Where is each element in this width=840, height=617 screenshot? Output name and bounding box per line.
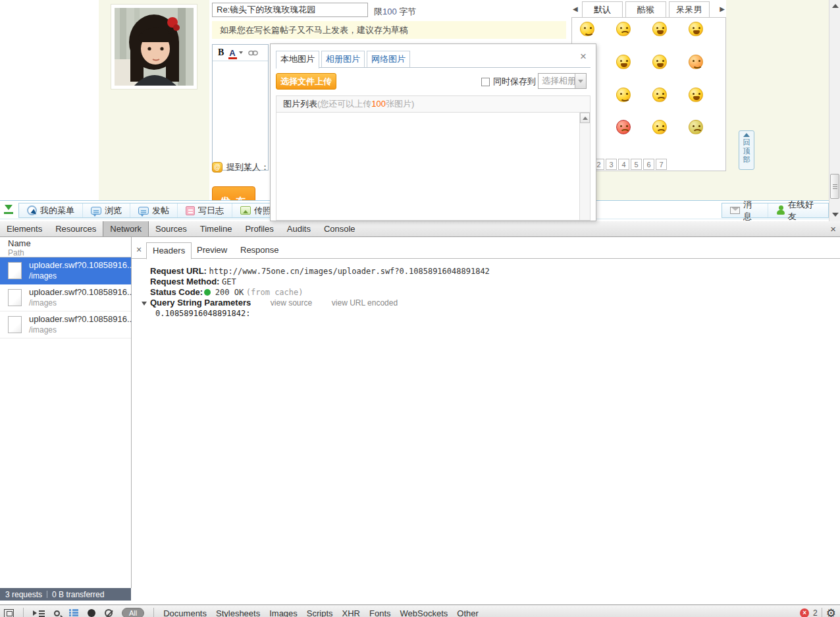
emoji-next-arrow-icon[interactable]: ▶: [720, 5, 725, 13]
scrollbar-thumb[interactable]: [830, 174, 839, 199]
network-row[interactable]: uploader.swf?0.10858916... /images: [0, 257, 131, 284]
dropdown-arrow-icon[interactable]: [575, 74, 586, 88]
tab-response[interactable]: Response: [234, 242, 285, 259]
tab-web-image[interactable]: 网络图片: [367, 51, 410, 67]
emoji-angry-icon[interactable]: [652, 120, 667, 134]
toolbar-item-browse[interactable]: 浏览: [82, 203, 130, 217]
error-icon[interactable]: ×: [800, 608, 809, 617]
font-color-icon[interactable]: A: [229, 48, 235, 58]
status-code-line: Status Code: 200 OK (from cache): [150, 287, 833, 298]
clear-icon[interactable]: [105, 609, 113, 617]
emoji-tongue-icon[interactable]: [652, 55, 667, 69]
emoji-tab-daidainan[interactable]: 呆呆男: [669, 1, 710, 18]
emoji-sick-icon[interactable]: [689, 120, 703, 134]
network-row[interactable]: uploader.swf?0.10858916... /images: [0, 311, 131, 338]
filter-images[interactable]: Images: [269, 608, 298, 617]
window-scrollbar[interactable]: [829, 0, 840, 221]
toolbar-item-my-menu[interactable]: 我的菜单: [19, 203, 82, 217]
back-to-top-button[interactable]: 回 顶 部: [739, 130, 754, 170]
search-icon[interactable]: [54, 610, 60, 616]
console-icon[interactable]: [33, 609, 45, 617]
tab-headers[interactable]: Headers: [146, 242, 192, 259]
tab-preview[interactable]: Preview: [191, 242, 233, 259]
bold-icon[interactable]: B: [218, 47, 224, 58]
network-row[interactable]: uploader.swf?0.10858916... /images: [0, 284, 131, 311]
tab-album-image[interactable]: 相册图片: [321, 51, 365, 67]
emoji-smile-icon[interactable]: [580, 22, 594, 36]
forum-page: 限100 字节 如果您在写长篇帖子又不马上发表，建议存为草稿 B A @ 提到某…: [0, 0, 840, 221]
disclosure-triangle-icon[interactable]: [142, 302, 147, 306]
tab-sources[interactable]: Sources: [149, 221, 194, 236]
toolbar-item-online-friends[interactable]: 在线好友: [768, 203, 828, 217]
emoji-page-4[interactable]: 4: [618, 159, 629, 170]
request-url-value: http://www.75one.cn/images/uploader.swf?…: [209, 267, 490, 276]
emoji-grimace-icon[interactable]: [652, 88, 667, 102]
post-title-input[interactable]: [212, 3, 368, 17]
save-to-album-option: 同时保存到: [481, 76, 536, 88]
emoji-surprised-icon[interactable]: [616, 55, 631, 69]
filter-xhr[interactable]: XHR: [342, 608, 360, 617]
emoji-blush-icon[interactable]: [689, 55, 703, 69]
minimize-toolbar-icon[interactable]: [3, 204, 14, 215]
emoji-page-6[interactable]: 6: [643, 159, 654, 170]
emoji-page-7[interactable]: 7: [656, 159, 667, 170]
emoji-grin-icon[interactable]: [652, 22, 667, 36]
request-path: /images: [29, 271, 57, 281]
emoji-cry-icon[interactable]: [689, 22, 703, 36]
album-select-dropdown[interactable]: 选择相册: [538, 73, 587, 89]
scrollbar-down-icon[interactable]: [831, 211, 839, 219]
screen: 限100 字节 如果您在写长篇帖子又不马上发表，建议存为草稿 B A @ 提到某…: [0, 0, 840, 617]
rows-icon[interactable]: [69, 609, 78, 617]
link-icon[interactable]: [248, 50, 258, 56]
network-column-header[interactable]: Name Path: [0, 237, 131, 257]
toolbar-item-post[interactable]: 发帖: [130, 203, 177, 217]
emoji-rage-icon[interactable]: [616, 120, 631, 134]
tab-audits[interactable]: Audits: [280, 221, 317, 236]
devtools-close-icon[interactable]: ×: [830, 224, 836, 234]
save-checkbox[interactable]: [481, 78, 490, 86]
emoji-prev-arrow-icon[interactable]: ◀: [573, 5, 578, 13]
gear-icon[interactable]: ⚙: [826, 608, 836, 617]
emoji-tab-kuhou[interactable]: 酷猴: [625, 1, 666, 18]
at-icon[interactable]: @: [212, 162, 223, 173]
toolbar-item-diary[interactable]: 写日志: [177, 203, 232, 217]
tab-network[interactable]: Network: [103, 221, 149, 236]
tab-profiles[interactable]: Profiles: [238, 221, 280, 236]
toolbar-item-messages[interactable]: 消息: [722, 203, 768, 217]
tab-resources[interactable]: Resources: [49, 221, 103, 236]
query-string-section[interactable]: Query String Parameters view source view…: [150, 298, 833, 308]
emoji-tab-default[interactable]: 默认: [582, 1, 623, 18]
devtools: Elements Resources Network Sources Timel…: [0, 221, 840, 617]
emoji-squint-icon[interactable]: [616, 88, 631, 102]
emoji-page-5[interactable]: 5: [631, 159, 642, 170]
view-source-link[interactable]: view source: [271, 298, 312, 308]
tab-console[interactable]: Console: [317, 221, 362, 236]
filter-fonts[interactable]: Fonts: [369, 608, 391, 617]
filter-stylesheets[interactable]: Stylesheets: [216, 608, 260, 617]
filter-other[interactable]: Other: [457, 608, 479, 617]
emoji-page-3[interactable]: 3: [606, 159, 617, 170]
close-icon[interactable]: ×: [580, 52, 587, 61]
view-url-encoded-link[interactable]: view URL encoded: [332, 298, 398, 308]
image-list-scrollbar[interactable]: [579, 113, 590, 220]
chevron-down-icon[interactable]: [239, 51, 243, 54]
filter-documents[interactable]: Documents: [163, 608, 207, 617]
avatar: [111, 4, 197, 90]
tab-timeline[interactable]: Timeline: [194, 221, 239, 236]
close-request-icon[interactable]: ×: [136, 244, 142, 255]
image-list-area: [276, 113, 591, 221]
tab-local-image[interactable]: 本地图片: [276, 51, 319, 68]
dock-icon[interactable]: [4, 609, 14, 617]
scrollbar-up-icon[interactable]: [831, 2, 839, 11]
choose-file-upload-button[interactable]: 选择文件上传: [276, 73, 336, 90]
tab-elements[interactable]: Elements: [0, 221, 49, 236]
scroll-up-icon[interactable]: [580, 113, 590, 123]
emoji-sad-icon[interactable]: [616, 22, 631, 36]
emoji-laugh-icon[interactable]: [689, 88, 703, 102]
toolbar-item-label: 写日志: [198, 205, 224, 217]
filter-websockets[interactable]: WebSockets: [400, 608, 448, 617]
filter-scripts[interactable]: Scripts: [307, 608, 333, 617]
record-icon[interactable]: [88, 609, 95, 617]
filter-all-pill[interactable]: All: [122, 608, 144, 617]
diary-icon: [186, 206, 195, 215]
